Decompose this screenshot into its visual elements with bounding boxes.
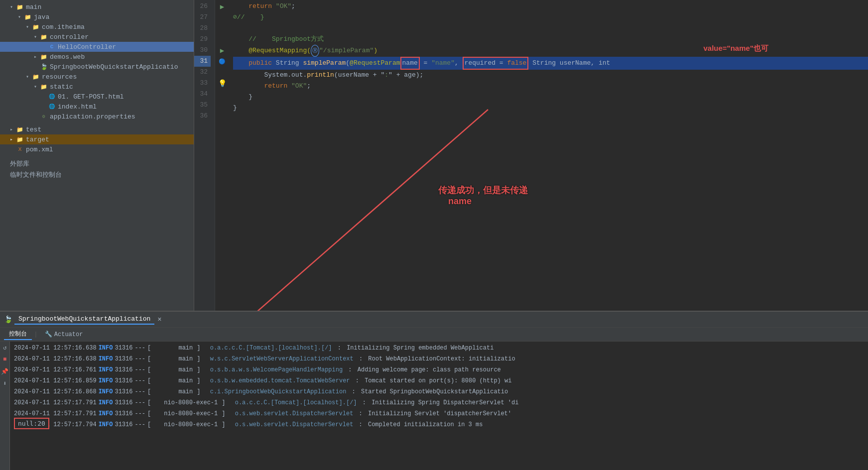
code-line-28 [233, 23, 868, 34]
code-line-30: @RequestMapping(Ⓡ"/simpleParam") [233, 45, 868, 57]
chevron-down-icon: ▾ [26, 74, 32, 80]
line-num-29: 29 [194, 34, 211, 45]
line-num-32: 32 [194, 67, 211, 78]
gutter-icons: ▶ ▶ 🔵 💡 [215, 0, 229, 311]
log-line-8: 2024-07-11 12:57:17.794 INFO 31316 --- [… [10, 419, 868, 430]
spring-run-icon: 🍃 [4, 315, 12, 324]
bottom-run-tabs: 🍃 SpringbootWebQuickstartApplication × [0, 312, 868, 328]
sidebar-item-label: main [26, 3, 41, 11]
sidebar-item-label: pom.xml [26, 146, 53, 153]
sidebar-item-java[interactable]: ▾ 📁 java [0, 12, 194, 22]
sidebar-item-index-html[interactable]: ▾ 🌐 index.html [0, 102, 194, 112]
sidebar-item-resources[interactable]: ▾ 📁 resources [0, 72, 194, 82]
folder-icon: 📁 [16, 135, 24, 143]
run-gutter-icon-2[interactable]: ▶ [220, 46, 224, 55]
log-line-3: 2024-07-11 12:57:16.761 INFO 31316 --- [… [10, 364, 868, 375]
props-file-icon: ⚙ [40, 113, 48, 120]
sidebar-item-target[interactable]: ▸ 📁 target [0, 134, 194, 144]
subtab-console[interactable]: 控制台 [4, 329, 32, 340]
chevron-down-icon: ▾ [34, 84, 40, 90]
warning-icon: 💡 [218, 79, 227, 88]
log-line-6: 2024-07-11 12:57:17.791 INFO 31316 --- [… [10, 397, 868, 408]
folder-icon: 📁 [24, 13, 32, 21]
sidebar-item-temp-files[interactable]: 临时文件和控制台 [0, 169, 194, 180]
sidebar-item-label: index.html [58, 103, 97, 111]
sidebar-item-controller[interactable]: ▾ 📁 controller [0, 32, 194, 42]
log-area[interactable]: 2024-07-11 12:57:16.638 INFO 31316 --- [… [10, 342, 868, 470]
sidebar-item-label: controller [50, 33, 89, 41]
chevron-down-icon: ▾ [18, 14, 24, 20]
sidebar-item-test[interactable]: ▸ 📁 test [0, 124, 194, 134]
code-line-27: ⊘// } [233, 12, 868, 23]
spring-icon: 🍃 [40, 63, 48, 71]
annotation-label-1: value="name"也可 [703, 44, 768, 53]
sidebar-item-label: test [26, 126, 41, 133]
main-area: ▾ 📁 main ▾ 📁 java ▾ 📁 com.itheima ▾ 📁 co… [0, 0, 868, 311]
folder-icon: 📁 [40, 53, 48, 61]
line-num-36: 36 [194, 111, 211, 121]
sidebar-item-pom-xml[interactable]: ▾ X pom.xml [0, 144, 194, 154]
folder-icon: 📁 [40, 83, 48, 91]
sidebar-item-label: HelloController [58, 43, 116, 51]
bookmark-icon: 🔵 [219, 58, 226, 65]
code-lines[interactable]: return "OK"; ⊘// } // Springboot方式 @Requ… [229, 0, 868, 311]
required-box: required = false [463, 57, 529, 70]
sidebar-item-main[interactable]: ▾ 📁 main [0, 2, 194, 12]
log-line-2: 2024-07-11 12:57:16.638 INFO 31316 --- [… [10, 353, 868, 364]
sidebar-item-label: application.properties [50, 113, 135, 120]
line-num-34: 34 [194, 89, 211, 100]
sidebar-item-com-itheima[interactable]: ▾ 📁 com.itheima [0, 22, 194, 32]
bottom-subtabs: 控制台 | 🔧 Actuator [0, 328, 868, 342]
sidebar-item-label: target [26, 136, 49, 143]
code-line-35: } [233, 103, 868, 114]
folder-icon: 📁 [16, 125, 24, 133]
line-num-26: 26 [194, 1, 211, 12]
sidebar-item-demos-web[interactable]: ▸ 📁 demos.web [0, 52, 194, 62]
msg-text-1: 传递成功，但是未传递 [438, 184, 528, 196]
line-num-27: 27 [194, 12, 211, 23]
sidebar-item-label: demos.web [50, 53, 85, 61]
annotation-box: value="name"也可 [703, 44, 768, 53]
sidebar-item-static[interactable]: ▾ 📁 static [0, 82, 194, 92]
sidebar-item-get-post-html[interactable]: ▾ 🌐 01. GET-POST.html [0, 92, 194, 102]
run-gutter-icon[interactable]: ▶ [220, 2, 224, 11]
toolbar-stop-icon[interactable]: ■ [1, 355, 9, 363]
sidebar-item-application-properties[interactable]: ▾ ⚙ application.properties [0, 112, 194, 121]
name-param-box: name [400, 57, 420, 70]
message-overlay: 传递成功，但是未传递 name [438, 184, 528, 207]
chevron-right-icon: ▸ [10, 136, 16, 142]
sidebar-item-hello-controller[interactable]: ▾ C HelloController [0, 42, 194, 52]
chevron-down-icon: ▾ [10, 4, 16, 10]
null-output-box: null:20 [14, 418, 49, 429]
line-numbers: 26 27 28 29 30 31 32 33 34 35 36 [194, 0, 215, 311]
msg-text-2: name [438, 196, 528, 207]
line-num-31: 31 [194, 56, 211, 67]
sidebar-item-external-libs[interactable]: 外部库 [0, 158, 194, 169]
code-line-33: return "OK"; [233, 81, 868, 92]
sidebar-item-label: 外部库 [10, 159, 29, 168]
line-num-30: 30 [194, 45, 211, 56]
sidebar-item-label: com.itheima [42, 23, 85, 31]
chevron-right-icon: ▸ [34, 54, 40, 60]
subtab-actuator[interactable]: 🔧 Actuator [40, 330, 88, 339]
sidebar-item-springboot-app[interactable]: ▾ 🍃 SpringbootWebQuickstartApplicatio [0, 62, 194, 72]
chevron-down-icon: ▾ [26, 24, 32, 30]
toolbar-download-icon[interactable]: ⬇ [1, 379, 9, 387]
sidebar: ▾ 📁 main ▾ 📁 java ▾ 📁 com.itheima ▾ 📁 co… [0, 0, 194, 311]
chevron-right-icon: ▸ [10, 126, 16, 132]
sidebar-item-label: resources [42, 73, 77, 81]
sidebar-item-label: static [50, 83, 73, 91]
log-line-1: 2024-07-11 12:57:16.638 INFO 31316 --- [… [10, 343, 868, 353]
bottom-panel: 🍃 SpringbootWebQuickstartApplication × 控… [0, 311, 868, 470]
toolbar-restart-icon[interactable]: ↺ [1, 344, 9, 352]
folder-icon: 📁 [32, 73, 40, 81]
log-line-4: 2024-07-11 12:57:16.859 INFO 31316 --- [… [10, 375, 868, 386]
sidebar-item-label: 临时文件和控制台 [10, 170, 62, 179]
toolbar-pin-icon[interactable]: 📌 [1, 367, 9, 375]
code-line-26: return "OK"; [233, 1, 868, 12]
run-tab-close[interactable]: × [157, 316, 161, 324]
code-line-29: // Springboot方式 [233, 34, 868, 45]
java-file-icon: C [48, 43, 56, 51]
run-tab-springboot[interactable]: SpringbootWebQuickstartApplication [14, 314, 154, 325]
sidebar-item-label: 01. GET-POST.html [58, 93, 124, 101]
